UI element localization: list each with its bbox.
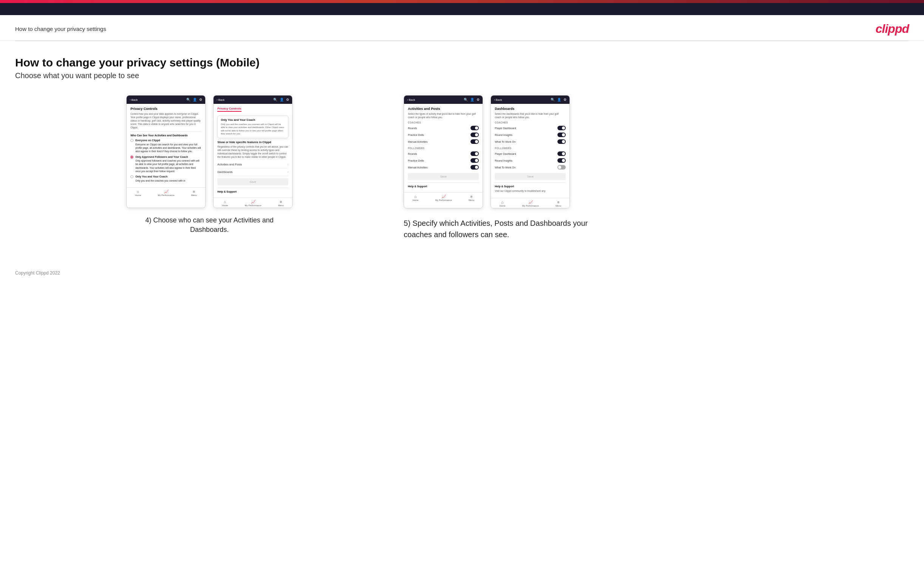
search-icon[interactable]: 🔍 bbox=[186, 98, 191, 102]
screen4-coaches-workon-toggle[interactable] bbox=[557, 139, 566, 144]
nav-menu-label-4: Menu bbox=[556, 205, 561, 207]
profile-icon-4[interactable]: 👤 bbox=[557, 98, 561, 102]
screen4-followers-workon-label: What To Work On bbox=[495, 166, 515, 169]
nav-home-label-2: Home bbox=[222, 204, 228, 206]
nav-home-3[interactable]: ⌂ Home bbox=[412, 195, 418, 201]
screen3-back-label: Back bbox=[409, 98, 415, 102]
arrow-dashboards[interactable]: Dashboards › bbox=[217, 168, 288, 176]
home-icon: ⌂ bbox=[137, 190, 139, 194]
nav-menu-3[interactable]: ≡ Menu bbox=[468, 195, 474, 201]
search-icon-2[interactable]: 🔍 bbox=[273, 98, 277, 102]
screen1-who-label: Who Can See Your Activities and Dashboar… bbox=[130, 134, 202, 137]
screen1-topbar: ‹ Back 🔍 👤 ⚙ bbox=[127, 95, 205, 104]
screen2-back-btn[interactable]: ‹ Back bbox=[216, 98, 225, 102]
chevron-left-icon-3: ‹ bbox=[407, 98, 408, 102]
screen1-body-text: Control how you and your data appears to… bbox=[130, 112, 202, 129]
footer: Copyright Clippd 2022 bbox=[0, 263, 924, 283]
screen3-save-btn[interactable]: Save bbox=[408, 173, 479, 180]
screen1-body: Privacy Controls Control how you and you… bbox=[127, 104, 205, 187]
nav-home-4[interactable]: ⌂ Home bbox=[499, 200, 505, 207]
logo: clippd bbox=[876, 22, 909, 36]
screen4-body: Dashboards Select the dashboards that yo… bbox=[491, 104, 570, 198]
followers-row-drills: Practice Drills bbox=[408, 157, 479, 164]
menu-icon-3: ≡ bbox=[470, 195, 473, 198]
radio-only-you-btn[interactable] bbox=[130, 175, 133, 178]
radio-approved-btn[interactable] bbox=[130, 156, 133, 159]
screen2-navbar: ⌂ Home 📈 My Performance ≡ Menu bbox=[213, 198, 292, 208]
coaches-rounds-toggle[interactable] bbox=[470, 126, 479, 130]
coaches-drills-toggle[interactable] bbox=[470, 132, 479, 137]
screen3-body-text: Select the types of activity that you'd … bbox=[408, 112, 479, 119]
home-icon-4: ⌂ bbox=[501, 200, 503, 204]
screen-3: ‹ Back 🔍 👤 ⚙ Activities and Posts Select… bbox=[404, 95, 483, 208]
right-caption: 5) Specify which Activities, Posts and D… bbox=[404, 218, 615, 240]
screen2-save-btn[interactable]: Save bbox=[217, 178, 288, 185]
coaches-drills-label: Practice Drills bbox=[408, 134, 424, 136]
nav-home-label-4: Home bbox=[499, 205, 505, 207]
screen4-followers-insights-toggle[interactable] bbox=[557, 158, 566, 163]
screen1-back-btn[interactable]: ‹ Back bbox=[129, 98, 137, 102]
radio-everyone[interactable]: Everyone on Clippd Everyone on Clippd ca… bbox=[130, 139, 202, 153]
page-heading: How to change your privacy settings (Mob… bbox=[15, 56, 909, 69]
page-content: How to change your privacy settings (Mob… bbox=[0, 41, 924, 263]
search-icon-4[interactable]: 🔍 bbox=[551, 98, 555, 102]
coaches-manual-toggle[interactable] bbox=[470, 139, 479, 144]
arrow-activities[interactable]: Activities and Posts › bbox=[217, 161, 288, 168]
followers-rounds-toggle[interactable] bbox=[470, 152, 479, 156]
screen3-help-label: Help & Support bbox=[408, 185, 479, 188]
radio-everyone-text: Everyone on Clippd Everyone on Clippd ca… bbox=[135, 139, 202, 153]
radio-only-you[interactable]: Only You and Your Coach Only you and the… bbox=[130, 175, 202, 182]
screen2-tab[interactable]: Privacy Controls bbox=[217, 107, 241, 112]
header-title: How to change your privacy settings bbox=[15, 26, 106, 32]
profile-icon[interactable]: 👤 bbox=[193, 98, 197, 102]
screen4-coaches-insights-toggle[interactable] bbox=[557, 132, 566, 137]
nav-home[interactable]: ⌂ Home bbox=[135, 190, 141, 197]
screen4-coaches-player-toggle[interactable] bbox=[557, 126, 566, 130]
nav-menu-4[interactable]: ≡ Menu bbox=[556, 200, 561, 207]
coaches-row-rounds: Rounds bbox=[408, 125, 479, 131]
screen3-coaches-label: COACHES bbox=[408, 121, 479, 124]
screen4-back-btn[interactable]: ‹ Back bbox=[494, 98, 502, 102]
screen4-icons: 🔍 👤 ⚙ bbox=[551, 98, 567, 102]
nav-menu-2[interactable]: ≡ Menu bbox=[278, 200, 284, 206]
followers-rounds-label: Rounds bbox=[408, 153, 417, 155]
screen4-followers-player-toggle[interactable] bbox=[557, 152, 566, 156]
settings-icon-4[interactable]: ⚙ bbox=[564, 98, 567, 102]
nav-performance-label-4: My Performance bbox=[522, 205, 539, 207]
nav-performance-2[interactable]: 📈 My Performance bbox=[245, 200, 262, 206]
chevron-left-icon-2: ‹ bbox=[216, 98, 218, 102]
show-hide-title: Show or hide specific features in Clippd bbox=[217, 140, 288, 144]
chevron-left-icon: ‹ bbox=[129, 98, 131, 102]
screenshots-row: ‹ Back 🔍 👤 ⚙ Privacy Controls Control ho… bbox=[15, 95, 909, 240]
screen4-save-btn[interactable]: Save bbox=[495, 173, 566, 180]
screen4-followers-label: FOLLOWERS bbox=[495, 147, 566, 150]
radio-approved[interactable]: Only Approved Followers and Your Coach O… bbox=[130, 155, 202, 173]
nav-performance-4[interactable]: 📈 My Performance bbox=[522, 200, 539, 207]
radio-everyone-btn[interactable] bbox=[130, 139, 133, 142]
popup-title: Only You and Your Coach bbox=[221, 118, 285, 122]
screen3-back-btn[interactable]: ‹ Back bbox=[407, 98, 415, 102]
screen1-section-title: Privacy Controls bbox=[130, 107, 202, 111]
search-icon-3[interactable]: 🔍 bbox=[464, 98, 468, 102]
profile-icon-3[interactable]: 👤 bbox=[470, 98, 474, 102]
nav-home-2[interactable]: ⌂ Home bbox=[222, 200, 228, 206]
menu-icon: ≡ bbox=[193, 190, 195, 194]
screen4-followers-workon-toggle[interactable] bbox=[557, 165, 566, 169]
screen4-followers-row-insights: Round Insights bbox=[495, 157, 566, 164]
settings-icon-2[interactable]: ⚙ bbox=[286, 98, 289, 102]
screen3-divider bbox=[408, 182, 479, 183]
nav-performance-label-3: My Performance bbox=[435, 199, 452, 201]
screen4-help-label: Help & Support bbox=[495, 185, 566, 188]
settings-icon[interactable]: ⚙ bbox=[199, 98, 202, 102]
nav-performance-3[interactable]: 📈 My Performance bbox=[435, 195, 452, 201]
followers-manual-toggle[interactable] bbox=[470, 165, 479, 169]
screen4-back-label: Back bbox=[496, 98, 502, 102]
coaches-row-manual: Manual Activities bbox=[408, 138, 479, 145]
followers-drills-toggle[interactable] bbox=[470, 158, 479, 163]
settings-icon-3[interactable]: ⚙ bbox=[477, 98, 480, 102]
profile-icon-2[interactable]: 👤 bbox=[279, 98, 284, 102]
nav-menu[interactable]: ≡ Menu bbox=[191, 190, 197, 197]
screen2-divider bbox=[217, 188, 288, 188]
screen1-icons: 🔍 👤 ⚙ bbox=[186, 98, 202, 102]
nav-performance[interactable]: 📈 My Performance bbox=[158, 190, 174, 197]
